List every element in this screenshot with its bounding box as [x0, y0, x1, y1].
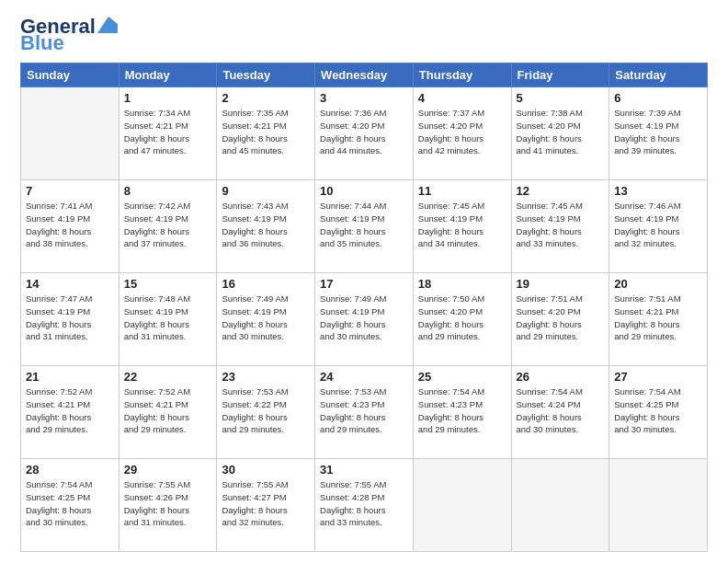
day-cell: 6Sunrise: 7:39 AM Sunset: 4:19 PM Daylig… [609, 87, 708, 180]
day-info: Sunrise: 7:55 AM Sunset: 4:27 PM Dayligh… [222, 478, 310, 529]
day-cell: 3Sunrise: 7:36 AM Sunset: 4:20 PM Daylig… [315, 87, 414, 180]
day-number: 15 [124, 277, 212, 291]
logo-blue: Blue [20, 33, 64, 53]
day-number: 10 [320, 184, 408, 198]
day-number: 4 [418, 91, 506, 105]
day-number: 25 [418, 370, 506, 384]
day-cell: 1Sunrise: 7:34 AM Sunset: 4:21 PM Daylig… [119, 87, 217, 180]
day-info: Sunrise: 7:51 AM Sunset: 4:21 PM Dayligh… [614, 293, 702, 343]
day-info: Sunrise: 7:36 AM Sunset: 4:20 PM Dayligh… [320, 107, 408, 157]
day-info: Sunrise: 7:42 AM Sunset: 4:19 PM Dayligh… [124, 200, 212, 250]
day-cell: 10Sunrise: 7:44 AM Sunset: 4:19 PM Dayli… [315, 180, 414, 273]
day-number: 28 [26, 463, 114, 477]
col-header-sunday: Sunday [21, 63, 119, 87]
day-number: 2 [222, 91, 310, 105]
day-number: 1 [124, 91, 212, 105]
day-cell: 25Sunrise: 7:54 AM Sunset: 4:23 PM Dayli… [413, 366, 511, 459]
day-cell: 31Sunrise: 7:55 AM Sunset: 4:28 PM Dayli… [315, 459, 414, 552]
day-info: Sunrise: 7:46 AM Sunset: 4:19 PM Dayligh… [614, 200, 702, 250]
col-header-thursday: Thursday [413, 63, 511, 87]
day-cell: 21Sunrise: 7:52 AM Sunset: 4:21 PM Dayli… [21, 366, 119, 459]
day-info: Sunrise: 7:49 AM Sunset: 4:19 PM Dayligh… [320, 293, 408, 343]
day-cell [413, 459, 511, 552]
day-info: Sunrise: 7:55 AM Sunset: 4:28 PM Dayligh… [320, 478, 408, 529]
calendar: SundayMondayTuesdayWednesdayThursdayFrid… [20, 63, 708, 552]
day-info: Sunrise: 7:48 AM Sunset: 4:19 PM Dayligh… [124, 293, 212, 343]
day-cell [511, 459, 609, 552]
day-number: 31 [320, 463, 408, 477]
day-number: 16 [222, 277, 310, 291]
day-info: Sunrise: 7:54 AM Sunset: 4:25 PM Dayligh… [614, 385, 702, 436]
day-cell: 16Sunrise: 7:49 AM Sunset: 4:19 PM Dayli… [217, 273, 315, 366]
week-row-1: 1Sunrise: 7:34 AM Sunset: 4:21 PM Daylig… [21, 87, 708, 180]
header: General Blue [20, 17, 708, 53]
day-cell: 28Sunrise: 7:54 AM Sunset: 4:25 PM Dayli… [21, 459, 119, 552]
day-info: Sunrise: 7:47 AM Sunset: 4:19 PM Dayligh… [26, 293, 114, 343]
day-info: Sunrise: 7:41 AM Sunset: 4:19 PM Dayligh… [26, 200, 114, 250]
day-number: 29 [124, 463, 212, 477]
col-header-friday: Friday [511, 63, 609, 87]
day-number: 26 [517, 370, 605, 384]
calendar-header: SundayMondayTuesdayWednesdayThursdayFrid… [21, 63, 708, 87]
day-cell: 20Sunrise: 7:51 AM Sunset: 4:21 PM Dayli… [609, 273, 708, 366]
day-info: Sunrise: 7:34 AM Sunset: 4:21 PM Dayligh… [124, 107, 212, 157]
day-number: 20 [614, 277, 702, 291]
day-cell: 14Sunrise: 7:47 AM Sunset: 4:19 PM Dayli… [21, 273, 119, 366]
logo-icon [97, 17, 118, 33]
day-number: 21 [26, 370, 114, 384]
day-number: 22 [124, 370, 212, 384]
day-cell: 13Sunrise: 7:46 AM Sunset: 4:19 PM Dayli… [609, 180, 708, 273]
day-number: 6 [614, 91, 702, 105]
day-cell: 17Sunrise: 7:49 AM Sunset: 4:19 PM Dayli… [315, 273, 414, 366]
day-info: Sunrise: 7:39 AM Sunset: 4:19 PM Dayligh… [614, 107, 702, 157]
day-cell: 11Sunrise: 7:45 AM Sunset: 4:19 PM Dayli… [413, 180, 511, 273]
day-info: Sunrise: 7:51 AM Sunset: 4:20 PM Dayligh… [517, 293, 605, 343]
day-number: 24 [320, 370, 408, 384]
day-info: Sunrise: 7:54 AM Sunset: 4:24 PM Dayligh… [517, 385, 605, 436]
day-cell: 9Sunrise: 7:43 AM Sunset: 4:19 PM Daylig… [217, 180, 315, 273]
week-row-3: 14Sunrise: 7:47 AM Sunset: 4:19 PM Dayli… [21, 273, 708, 366]
day-cell: 22Sunrise: 7:52 AM Sunset: 4:21 PM Dayli… [119, 366, 217, 459]
day-cell: 19Sunrise: 7:51 AM Sunset: 4:20 PM Dayli… [511, 273, 609, 366]
day-cell: 24Sunrise: 7:53 AM Sunset: 4:23 PM Dayli… [315, 366, 414, 459]
day-number: 23 [222, 370, 310, 384]
day-info: Sunrise: 7:45 AM Sunset: 4:19 PM Dayligh… [418, 200, 506, 250]
day-number: 12 [517, 184, 605, 198]
day-info: Sunrise: 7:38 AM Sunset: 4:20 PM Dayligh… [517, 107, 605, 157]
week-row-4: 21Sunrise: 7:52 AM Sunset: 4:21 PM Dayli… [21, 366, 708, 459]
day-number: 17 [320, 277, 408, 291]
day-cell: 30Sunrise: 7:55 AM Sunset: 4:27 PM Dayli… [217, 459, 315, 552]
day-cell [21, 87, 119, 180]
day-info: Sunrise: 7:55 AM Sunset: 4:26 PM Dayligh… [124, 478, 212, 529]
day-number: 5 [517, 91, 605, 105]
day-cell: 15Sunrise: 7:48 AM Sunset: 4:19 PM Dayli… [119, 273, 217, 366]
day-cell: 5Sunrise: 7:38 AM Sunset: 4:20 PM Daylig… [511, 87, 609, 180]
day-info: Sunrise: 7:49 AM Sunset: 4:19 PM Dayligh… [222, 293, 310, 343]
logo: General Blue [20, 17, 118, 53]
day-info: Sunrise: 7:37 AM Sunset: 4:20 PM Dayligh… [418, 107, 506, 157]
day-number: 9 [222, 184, 310, 198]
day-cell: 29Sunrise: 7:55 AM Sunset: 4:26 PM Dayli… [119, 459, 217, 552]
day-cell: 26Sunrise: 7:54 AM Sunset: 4:24 PM Dayli… [511, 366, 609, 459]
day-number: 14 [26, 277, 114, 291]
day-cell: 23Sunrise: 7:53 AM Sunset: 4:22 PM Dayli… [217, 366, 315, 459]
svg-marker-0 [97, 17, 118, 33]
day-number: 30 [222, 463, 310, 477]
day-number: 27 [614, 370, 702, 384]
day-info: Sunrise: 7:54 AM Sunset: 4:25 PM Dayligh… [26, 478, 114, 529]
day-number: 3 [320, 91, 408, 105]
day-info: Sunrise: 7:53 AM Sunset: 4:22 PM Dayligh… [222, 385, 310, 436]
col-header-wednesday: Wednesday [315, 63, 414, 87]
day-cell: 7Sunrise: 7:41 AM Sunset: 4:19 PM Daylig… [21, 180, 119, 273]
day-info: Sunrise: 7:43 AM Sunset: 4:19 PM Dayligh… [222, 200, 310, 250]
day-cell: 8Sunrise: 7:42 AM Sunset: 4:19 PM Daylig… [119, 180, 217, 273]
col-header-saturday: Saturday [609, 63, 708, 87]
day-cell [609, 459, 708, 552]
day-info: Sunrise: 7:44 AM Sunset: 4:19 PM Dayligh… [320, 200, 408, 250]
day-number: 18 [418, 277, 506, 291]
week-row-5: 28Sunrise: 7:54 AM Sunset: 4:25 PM Dayli… [21, 459, 708, 552]
day-info: Sunrise: 7:50 AM Sunset: 4:20 PM Dayligh… [418, 293, 506, 343]
day-cell: 4Sunrise: 7:37 AM Sunset: 4:20 PM Daylig… [413, 87, 511, 180]
col-header-monday: Monday [119, 63, 217, 87]
day-number: 19 [517, 277, 605, 291]
